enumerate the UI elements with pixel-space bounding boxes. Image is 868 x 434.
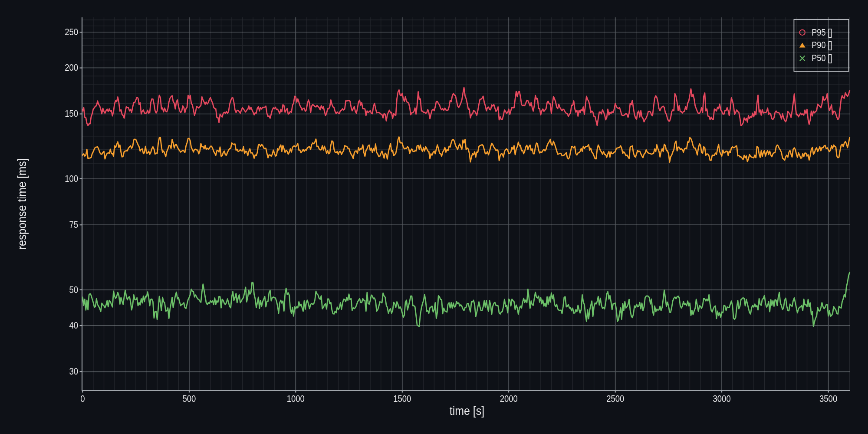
svg-text:P90 []: P90 [] — [812, 40, 832, 50]
svg-text:30: 30 — [69, 366, 78, 377]
svg-text:2500: 2500 — [606, 394, 624, 404]
svg-text:500: 500 — [182, 394, 196, 404]
svg-text:0: 0 — [80, 394, 85, 404]
svg-text:1500: 1500 — [393, 394, 411, 404]
svg-text:response time [ms]: response time [ms] — [15, 158, 29, 250]
svg-text:3500: 3500 — [819, 394, 837, 404]
svg-text:P95 []: P95 [] — [812, 27, 832, 37]
svg-text:40: 40 — [69, 320, 78, 331]
svg-text:200: 200 — [65, 62, 78, 73]
svg-text:50: 50 — [69, 284, 78, 295]
svg-text:P50 []: P50 [] — [812, 53, 832, 63]
svg-text:250: 250 — [65, 27, 78, 37]
svg-text:1000: 1000 — [287, 394, 305, 404]
svg-text:100: 100 — [65, 174, 78, 184]
svg-text:75: 75 — [69, 220, 78, 230]
svg-text:time [s]: time [s] — [450, 404, 484, 418]
svg-text:2000: 2000 — [500, 394, 518, 404]
svg-text:3000: 3000 — [713, 394, 731, 404]
svg-text:150: 150 — [65, 108, 78, 119]
